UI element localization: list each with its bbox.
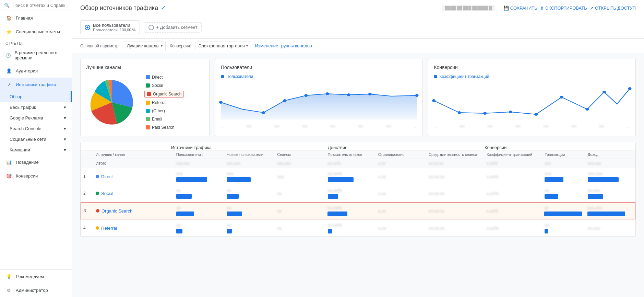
col-sessions-header[interactable]: Сеансы <box>274 152 325 157</box>
save-button[interactable]: 💾 СОХРАНИТЬ <box>503 5 537 11</box>
export-icon: ⬆ <box>540 5 544 11</box>
channel-link-referral[interactable]: Referral <box>101 226 117 231</box>
sidebar-item-behavior[interactable]: 📊 Поведение <box>0 155 72 169</box>
sidebar-item-overview[interactable]: Обзор <box>0 91 72 102</box>
legend-email[interactable]: Email <box>144 116 184 122</box>
bar-direct-users <box>176 177 207 182</box>
main-param-dropdown[interactable]: Лучшие каналы ▾ <box>124 42 166 50</box>
share-icon: ↗ <box>590 5 594 11</box>
svg-point-14 <box>586 108 589 111</box>
legend-other[interactable]: (Other) <box>144 108 184 114</box>
bar-social-trans <box>545 194 558 199</box>
behavior-icon: 📊 <box>5 159 12 165</box>
sidebar-item-realtime[interactable]: 🕐 В режиме реального времени <box>0 47 72 64</box>
sidebar-item-search-console[interactable]: Search Console ▾ <box>0 123 72 134</box>
svg-point-7 <box>415 94 418 97</box>
segment-label: Все пользователи <box>93 23 135 28</box>
pie-chart <box>86 77 138 128</box>
sidebar: 🔍 🏠 Главная ⭐ Специальные отчеты ОТЧЕТЫ … <box>0 0 72 297</box>
table-section-headers: Источники трафика Действия Конверсии <box>81 142 635 150</box>
segment-all-users[interactable]: Все пользователи Пользователи: 100,00 % <box>80 20 140 34</box>
sidebar-item-label: Источники трафика <box>16 82 56 87</box>
legend-dot-direct <box>146 75 150 79</box>
change-group-link[interactable]: Изменение группы каналов <box>255 43 312 48</box>
sidebar-item-label: Аудитория <box>16 68 38 73</box>
legend-referral[interactable]: Referral <box>144 100 184 106</box>
admin-icon: ⚙ <box>5 287 12 294</box>
users-chart-area <box>221 82 417 123</box>
bar-social-bounce <box>328 194 338 199</box>
bar-direct-revenue <box>588 177 619 182</box>
sidebar-item-traffic[interactable]: ↗ Источники трафика <box>0 78 72 91</box>
sidebar-item-label: Google Реклама <box>10 115 43 121</box>
chevron-down-icon: ▾ <box>246 44 248 48</box>
header-blurred-info: ████ ██ ███ ██████ █ <box>442 5 495 11</box>
svg-point-6 <box>368 93 372 95</box>
col-bounce-header[interactable]: Показатель отказов <box>325 152 375 157</box>
bar-referral-bounce <box>328 229 332 233</box>
col-transactions-header[interactable]: Транзакции <box>542 152 585 157</box>
conversions-chart-card: Конверсии Коэффициент транзакций <box>428 59 636 136</box>
legend-dot-social <box>146 83 150 88</box>
legend-dot-paid <box>146 125 150 129</box>
sidebar-item-admin[interactable]: ⚙ Администратор <box>0 283 72 297</box>
svg-point-4 <box>326 92 329 95</box>
add-segment-button[interactable]: + Добавить сегмент <box>144 22 202 33</box>
sidebar-item-label: Весь трафик <box>10 105 36 110</box>
svg-point-13 <box>560 96 563 99</box>
legend-label-social: Social <box>152 83 163 88</box>
legend-social[interactable]: Social <box>144 82 184 89</box>
export-button[interactable]: ⬆ ЭКСПОРТИРОВАТЬ <box>540 5 587 11</box>
sidebar-item-social[interactable]: Социальные сети ▾ <box>0 134 72 145</box>
conversions-metric: Коэффициент транзакций <box>434 74 630 79</box>
users-metric: Пользователи <box>221 74 417 79</box>
chevron-down-icon: ▾ <box>161 44 163 48</box>
sidebar-item-campaigns[interactable]: Кампании ▾ <box>0 145 72 155</box>
col-revenue-header[interactable]: Доход <box>585 152 635 157</box>
legend-organic-search[interactable]: Organic Search <box>144 91 184 98</box>
conversions-chart-area <box>434 82 630 123</box>
channel-link-organic[interactable]: Organic Search <box>102 208 132 214</box>
bar-social-new <box>227 194 239 199</box>
sidebar-item-special[interactable]: ⭐ Специальные отчеты <box>0 25 72 38</box>
header-left: Обзор источников трафика ✓ <box>80 4 166 12</box>
sidebar-item-home[interactable]: 🏠 Главная <box>0 11 72 25</box>
svg-point-10 <box>484 112 487 115</box>
sidebar-item-label: Главная <box>16 15 33 21</box>
sidebar-item-label: Кампании <box>10 147 30 152</box>
legend-dot-other <box>146 109 150 113</box>
legend-dot-email <box>146 117 150 121</box>
sidebar-item-google-ads[interactable]: Google Реклама ▾ <box>0 113 72 123</box>
col-conv-rate-header[interactable]: Коэффициент транзакций <box>484 152 542 157</box>
share-button[interactable]: ↗ ОТКРЫТЬ ДОСТУП <box>590 5 636 11</box>
col-pages-header[interactable]: Страниц/сеанс <box>375 152 426 157</box>
bar-referral-users <box>176 229 182 233</box>
conversion-dropdown[interactable]: Электронная торговля ▾ <box>195 42 251 50</box>
bar-organic-new <box>227 212 242 216</box>
metric-dot <box>434 75 437 78</box>
search-bar[interactable]: 🔍 <box>0 0 72 11</box>
col-users-header[interactable]: Пользователи ↓ <box>174 152 224 157</box>
header-divider <box>499 4 499 11</box>
col-new-users-header[interactable]: Новые пользователи <box>224 152 274 157</box>
clock-icon: 🕐 <box>5 52 11 59</box>
col-duration-header[interactable]: Сред. длительность сеанса <box>426 152 484 157</box>
bar-organic-trans <box>544 212 582 216</box>
sidebar-item-label: Специальные отчеты <box>16 29 60 34</box>
audience-icon: 👤 <box>5 67 12 74</box>
sidebar-item-alltraffic[interactable]: Весь трафик ▾ <box>0 102 72 113</box>
channel-link-social[interactable]: Social <box>101 191 113 196</box>
sidebar-item-recommend[interactable]: 💡 Рекомендуем <box>0 270 72 283</box>
legend-paid-search[interactable]: Paid Search <box>144 124 184 130</box>
sidebar-item-audience[interactable]: 👤 Аудитория <box>0 64 72 78</box>
conversions-icon: 🎯 <box>5 172 12 179</box>
segment-circle <box>85 25 90 30</box>
legend-direct[interactable]: Direct <box>144 74 184 80</box>
channel-link-direct[interactable]: Direct <box>101 174 113 179</box>
svg-point-15 <box>603 91 606 93</box>
table-row: 2 Social xx xx xx xx,xx% <box>81 185 635 202</box>
bar-direct-bounce <box>328 177 354 182</box>
search-input[interactable] <box>12 3 68 8</box>
controls-bar: Основной параметр: Лучшие каналы ▾ Конве… <box>72 39 644 53</box>
sidebar-item-conversions[interactable]: 🎯 Конверсии <box>0 169 72 183</box>
